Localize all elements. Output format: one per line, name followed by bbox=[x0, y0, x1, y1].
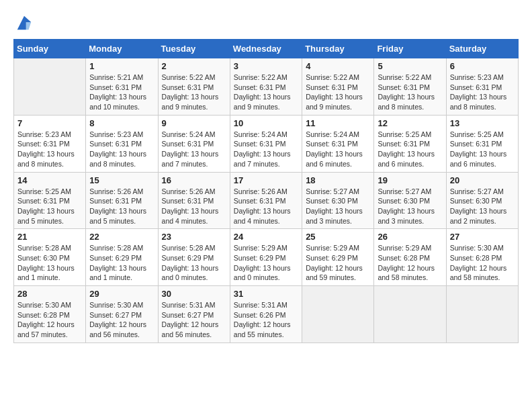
day-info: Sunrise: 5:25 AMSunset: 6:31 PMDaylight:… bbox=[17, 187, 82, 226]
day-info: Sunrise: 5:24 AMSunset: 6:31 PMDaylight:… bbox=[234, 130, 298, 169]
weekday-header-monday: Monday bbox=[86, 40, 158, 58]
calendar-cell: 2Sunrise: 5:22 AMSunset: 6:31 PMDaylight… bbox=[158, 58, 230, 116]
day-info: Sunrise: 5:22 AMSunset: 6:31 PMDaylight:… bbox=[306, 73, 370, 112]
day-info: Sunrise: 5:22 AMSunset: 6:31 PMDaylight:… bbox=[234, 73, 298, 112]
day-number: 15 bbox=[89, 175, 154, 185]
day-info: Sunrise: 5:26 AMSunset: 6:31 PMDaylight:… bbox=[234, 187, 298, 226]
calendar-cell: 18Sunrise: 5:27 AMSunset: 6:30 PMDayligh… bbox=[302, 172, 374, 229]
calendar-cell: 10Sunrise: 5:24 AMSunset: 6:31 PMDayligh… bbox=[230, 115, 302, 172]
day-info: Sunrise: 5:30 AMSunset: 6:28 PMDaylight:… bbox=[450, 243, 515, 283]
weekday-header-friday: Friday bbox=[374, 40, 446, 58]
calendar-week-5: 28Sunrise: 5:30 AMSunset: 6:28 PMDayligh… bbox=[14, 286, 519, 343]
day-number: 12 bbox=[378, 118, 442, 128]
calendar-cell bbox=[302, 286, 374, 343]
logo bbox=[13, 13, 34, 32]
day-number: 21 bbox=[17, 232, 82, 242]
weekday-header-sunday: Sunday bbox=[14, 40, 86, 58]
day-info: Sunrise: 5:26 AMSunset: 6:31 PMDaylight:… bbox=[89, 187, 154, 226]
day-info: Sunrise: 5:22 AMSunset: 6:31 PMDaylight:… bbox=[162, 73, 226, 112]
day-number: 31 bbox=[234, 289, 298, 299]
day-number: 20 bbox=[450, 175, 515, 185]
day-number: 13 bbox=[450, 118, 515, 128]
day-info: Sunrise: 5:28 AMSunset: 6:30 PMDaylight:… bbox=[17, 243, 82, 283]
calendar-cell: 30Sunrise: 5:31 AMSunset: 6:27 PMDayligh… bbox=[158, 286, 230, 343]
day-info: Sunrise: 5:25 AMSunset: 6:31 PMDaylight:… bbox=[378, 130, 442, 169]
svg-marker-1 bbox=[26, 22, 31, 30]
day-number: 1 bbox=[89, 61, 154, 71]
calendar-cell: 19Sunrise: 5:27 AMSunset: 6:30 PMDayligh… bbox=[374, 172, 446, 229]
calendar-cell bbox=[374, 286, 446, 343]
calendar-cell: 8Sunrise: 5:23 AMSunset: 6:31 PMDaylight… bbox=[86, 115, 158, 172]
calendar-table: SundayMondayTuesdayWednesdayThursdayFrid… bbox=[13, 39, 519, 343]
calendar-cell: 27Sunrise: 5:30 AMSunset: 6:28 PMDayligh… bbox=[446, 229, 518, 286]
day-info: Sunrise: 5:27 AMSunset: 6:30 PMDaylight:… bbox=[450, 187, 515, 226]
calendar-cell: 9Sunrise: 5:24 AMSunset: 6:31 PMDaylight… bbox=[158, 115, 230, 172]
day-number: 14 bbox=[17, 175, 82, 185]
day-number: 5 bbox=[378, 61, 442, 71]
weekday-header-tuesday: Tuesday bbox=[158, 40, 230, 58]
calendar-cell bbox=[446, 286, 518, 343]
calendar-cell: 26Sunrise: 5:29 AMSunset: 6:28 PMDayligh… bbox=[374, 229, 446, 286]
calendar-cell: 11Sunrise: 5:24 AMSunset: 6:31 PMDayligh… bbox=[302, 115, 374, 172]
calendar-week-4: 21Sunrise: 5:28 AMSunset: 6:30 PMDayligh… bbox=[14, 229, 519, 286]
day-info: Sunrise: 5:28 AMSunset: 6:29 PMDaylight:… bbox=[162, 243, 226, 283]
day-info: Sunrise: 5:30 AMSunset: 6:28 PMDaylight:… bbox=[17, 300, 82, 340]
calendar-cell: 3Sunrise: 5:22 AMSunset: 6:31 PMDaylight… bbox=[230, 58, 302, 116]
day-number: 10 bbox=[234, 118, 298, 128]
calendar-cell: 12Sunrise: 5:25 AMSunset: 6:31 PMDayligh… bbox=[374, 115, 446, 172]
day-number: 3 bbox=[234, 61, 298, 71]
calendar-cell: 28Sunrise: 5:30 AMSunset: 6:28 PMDayligh… bbox=[14, 286, 86, 343]
calendar-cell: 15Sunrise: 5:26 AMSunset: 6:31 PMDayligh… bbox=[86, 172, 158, 229]
day-number: 22 bbox=[89, 232, 154, 242]
calendar-cell: 1Sunrise: 5:21 AMSunset: 6:31 PMDaylight… bbox=[86, 58, 158, 116]
calendar-cell bbox=[14, 58, 86, 116]
day-number: 28 bbox=[17, 289, 82, 299]
weekday-header-thursday: Thursday bbox=[302, 40, 374, 58]
day-number: 8 bbox=[89, 118, 154, 128]
day-number: 6 bbox=[450, 61, 515, 71]
day-number: 16 bbox=[162, 175, 226, 185]
day-info: Sunrise: 5:21 AMSunset: 6:31 PMDaylight:… bbox=[89, 73, 154, 112]
calendar-cell: 5Sunrise: 5:22 AMSunset: 6:31 PMDaylight… bbox=[374, 58, 446, 116]
day-number: 4 bbox=[306, 61, 370, 71]
day-number: 17 bbox=[234, 175, 298, 185]
calendar-body: 1Sunrise: 5:21 AMSunset: 6:31 PMDaylight… bbox=[14, 58, 519, 343]
day-number: 23 bbox=[162, 232, 226, 242]
calendar-week-3: 14Sunrise: 5:25 AMSunset: 6:31 PMDayligh… bbox=[14, 172, 519, 229]
day-number: 9 bbox=[162, 118, 226, 128]
day-info: Sunrise: 5:29 AMSunset: 6:29 PMDaylight:… bbox=[306, 243, 370, 283]
calendar-week-2: 7Sunrise: 5:23 AMSunset: 6:31 PMDaylight… bbox=[14, 115, 519, 172]
day-info: Sunrise: 5:23 AMSunset: 6:31 PMDaylight:… bbox=[89, 130, 154, 169]
calendar-cell: 31Sunrise: 5:31 AMSunset: 6:26 PMDayligh… bbox=[230, 286, 302, 343]
calendar-cell: 21Sunrise: 5:28 AMSunset: 6:30 PMDayligh… bbox=[14, 229, 86, 286]
calendar-cell: 29Sunrise: 5:30 AMSunset: 6:27 PMDayligh… bbox=[86, 286, 158, 343]
day-number: 29 bbox=[89, 289, 154, 299]
calendar-cell: 20Sunrise: 5:27 AMSunset: 6:30 PMDayligh… bbox=[446, 172, 518, 229]
calendar-cell: 6Sunrise: 5:23 AMSunset: 6:31 PMDaylight… bbox=[446, 58, 518, 116]
calendar-cell: 24Sunrise: 5:29 AMSunset: 6:29 PMDayligh… bbox=[230, 229, 302, 286]
day-number: 30 bbox=[162, 289, 226, 299]
day-info: Sunrise: 5:23 AMSunset: 6:31 PMDaylight:… bbox=[17, 130, 82, 169]
day-number: 2 bbox=[162, 61, 226, 71]
day-info: Sunrise: 5:29 AMSunset: 6:29 PMDaylight:… bbox=[234, 243, 298, 283]
calendar-cell: 23Sunrise: 5:28 AMSunset: 6:29 PMDayligh… bbox=[158, 229, 230, 286]
calendar-cell: 13Sunrise: 5:25 AMSunset: 6:31 PMDayligh… bbox=[446, 115, 518, 172]
day-info: Sunrise: 5:24 AMSunset: 6:31 PMDaylight:… bbox=[306, 130, 370, 169]
day-info: Sunrise: 5:30 AMSunset: 6:27 PMDaylight:… bbox=[89, 300, 154, 340]
day-number: 7 bbox=[17, 118, 82, 128]
day-info: Sunrise: 5:31 AMSunset: 6:27 PMDaylight:… bbox=[162, 300, 226, 340]
calendar-cell: 22Sunrise: 5:28 AMSunset: 6:29 PMDayligh… bbox=[86, 229, 158, 286]
calendar-week-1: 1Sunrise: 5:21 AMSunset: 6:31 PMDaylight… bbox=[14, 58, 519, 116]
calendar-cell: 17Sunrise: 5:26 AMSunset: 6:31 PMDayligh… bbox=[230, 172, 302, 229]
day-number: 27 bbox=[450, 232, 515, 242]
day-number: 25 bbox=[306, 232, 370, 242]
day-info: Sunrise: 5:24 AMSunset: 6:31 PMDaylight:… bbox=[162, 130, 226, 169]
day-info: Sunrise: 5:31 AMSunset: 6:26 PMDaylight:… bbox=[234, 300, 298, 340]
calendar-cell: 25Sunrise: 5:29 AMSunset: 6:29 PMDayligh… bbox=[302, 229, 374, 286]
day-number: 19 bbox=[378, 175, 442, 185]
day-number: 11 bbox=[306, 118, 370, 128]
day-info: Sunrise: 5:23 AMSunset: 6:31 PMDaylight:… bbox=[450, 73, 515, 112]
day-number: 26 bbox=[378, 232, 442, 242]
day-info: Sunrise: 5:28 AMSunset: 6:29 PMDaylight:… bbox=[89, 243, 154, 283]
calendar-cell: 4Sunrise: 5:22 AMSunset: 6:31 PMDaylight… bbox=[302, 58, 374, 116]
